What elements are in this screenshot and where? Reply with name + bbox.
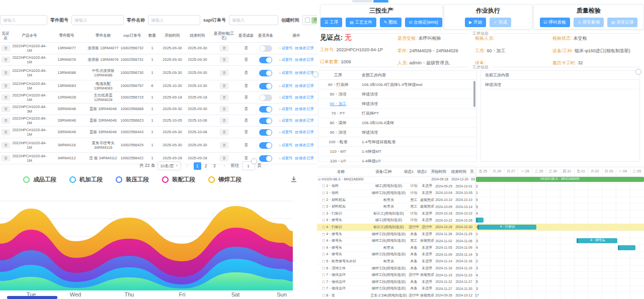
suit-link[interactable]: ⌂成套性	[279, 70, 293, 75]
modify-record-link[interactable]: ▤修改记录	[295, 107, 314, 111]
page-number[interactable]: 1	[194, 162, 201, 170]
step-row[interactable]: 80・满焊106.3和106.4满焊	[318, 118, 476, 128]
table-cell: 10002556668	[121, 104, 143, 115]
gantt-bar[interactable]	[618, 245, 635, 250]
step-row[interactable]: 100・检查1-4号焊缝目视检查	[318, 137, 476, 147]
gantt-row[interactable]: ▢8・车立车-2.5米(核电制造部)进行中按期完成2024-09-262024-…	[317, 292, 644, 299]
ready-toggle[interactable]	[259, 94, 272, 101]
gantt-row[interactable]: ▢7・做保温环铆焊工段(核电制造部)进行中按期完成2024-11-192024-…	[317, 271, 644, 279]
modify-record-link[interactable]: ▤修改记录	[295, 95, 314, 99]
suit-link[interactable]: ⌂成套性	[279, 46, 293, 50]
splitter-handle[interactable]	[251, 158, 257, 164]
page-number[interactable]: 3	[211, 162, 218, 170]
gantt-row[interactable]: ▢2・材料核实检查员完工超期完成2024-10-092024-10-145	[317, 203, 644, 211]
gantt-bar[interactable]: 4・打标识	[477, 225, 536, 230]
工艺文件-button[interactable]: ▤工艺文件	[346, 18, 376, 27]
gantt-bar[interactable]: H1020-66-3・MHZ2A8300	[476, 177, 644, 182]
gantt-days: 4	[474, 212, 480, 215]
legend-item[interactable]: 装压工段	[116, 176, 149, 183]
modify-record-link[interactable]: ▤修改记录	[295, 118, 314, 123]
legend-item[interactable]: 成品工段	[23, 176, 56, 183]
suit-link[interactable]: ⌂成套性	[279, 156, 293, 160]
date-checkbox[interactable]	[305, 18, 310, 23]
gantt-row[interactable]: ▢3・打标识标识工(核电制造部)计划未进序2024-10-182024-10-2…	[317, 210, 644, 218]
filter-input-leading[interactable]	[0, 15, 47, 25]
gantt-device: 铆焊工段(核电制造部)	[370, 266, 408, 271]
gantt-row[interactable]: ▢7・做保温环铆焊工段(核电制造部)具备未进序2024-11-222024-11…	[317, 278, 644, 286]
suit-link[interactable]: ⌂成套性	[279, 57, 293, 62]
gantt-row[interactable]: ▢4・煨弯头检查员具备未进序2024-11-052024-11-094	[317, 244, 644, 252]
step-row[interactable]: 110・MT1-4焊缝MT	[318, 147, 476, 156]
gantt-row[interactable]: ▢4・煨弯头铆焊工段(核电制造部)具备未进序2024-11-092024-11-…	[317, 251, 644, 259]
ready-toggle[interactable]	[259, 106, 272, 113]
suit-link[interactable]: ⌂成套性	[279, 83, 293, 88]
gantt-row[interactable]: ▢1・领料铆焊工段(核电制造部)计划未进序2024-10-042024-10-0…	[317, 189, 644, 197]
图纸-button[interactable]: ✎图纸	[380, 18, 401, 27]
suit-link[interactable]: ⌂成套性	[279, 107, 293, 111]
modify-record-link[interactable]: ▤修改记录	[295, 143, 314, 147]
part-drawing-input[interactable]	[71, 15, 124, 25]
ready-toggle[interactable]	[259, 83, 272, 89]
gantt-date-header: 三.30	[546, 167, 560, 176]
start-icon: ▶	[469, 20, 472, 25]
modify-record-link[interactable]: ▤修改记录	[295, 57, 314, 62]
gantt-row[interactable]: ▢4・煨弯头铆焊工段(核电制造部)具备未进序2024-11-282024-11-…	[317, 231, 644, 238]
modify-record-link[interactable]: ▤修改记录	[295, 46, 314, 50]
gantt-row[interactable]: ▢2・材料核实检查员完工超期完成2024-10-102024-10-100	[317, 196, 644, 204]
ready-toggle[interactable]	[259, 129, 272, 136]
完成-button[interactable]: ✓完成	[490, 18, 511, 27]
suit-link[interactable]: ⌂成套性	[279, 95, 293, 99]
ready-toggle[interactable]	[259, 70, 272, 76]
工序-button[interactable]: ☰工序	[320, 18, 342, 27]
suit-link[interactable]: ⌂成套性	[279, 118, 293, 123]
合格证(wms)-button[interactable]: ⊡合格证(wms)	[405, 18, 442, 27]
gantt-bar[interactable]: 4・煨弯头	[577, 238, 617, 243]
modify-record-link[interactable]: ▤修改记录	[295, 83, 314, 88]
ready-toggle[interactable]	[259, 142, 272, 149]
suit-link[interactable]: ⌂成套性	[279, 130, 293, 134]
step-row[interactable]: 40・打底焊106.3和106.4打底焊1-4号焊缝test	[318, 80, 476, 89]
gantt-row[interactable]: ▢5・检查煨弯头外径检查员具备未进序2024-11-142024-11-162	[317, 258, 644, 265]
splitter-handle-left[interactable]	[312, 71, 318, 77]
steps-scrollbar[interactable]	[473, 81, 475, 107]
step-row[interactable]: 90・清理焊缝清理	[318, 128, 476, 137]
datazoom-bar[interactable]	[7, 296, 57, 299]
gantt-bar[interactable]	[476, 218, 484, 223]
gantt-row[interactable]: ▢6・清理工件铆焊工段(核电制造部)具备未进序2024-11-162024-11…	[317, 265, 644, 272]
modify-record-link[interactable]: ▤修改记录	[295, 70, 314, 75]
gantt-row[interactable]: ▢7・做保温环铆焊工段(核电制造部)具备未进序2024-11-272024-11…	[317, 285, 644, 293]
step-row[interactable]: 50・清理焊缝清理	[318, 89, 476, 99]
ready-toggle[interactable]	[259, 57, 272, 63]
legend-item[interactable]: 装配工段	[162, 176, 195, 183]
legend-item[interactable]: 机加工段	[69, 176, 103, 183]
step-op[interactable]: 60・加工	[318, 101, 358, 107]
ready-toggle[interactable]	[259, 45, 272, 52]
download-icon[interactable]	[290, 175, 298, 183]
collapse-icon[interactable]: ⊟	[318, 177, 320, 181]
sap-order-input[interactable]	[229, 15, 278, 25]
prev-page-button[interactable]: ‹	[184, 162, 191, 170]
ready-toggle[interactable]	[259, 118, 272, 124]
tab-stub[interactable]	[352, 0, 372, 3]
table-cell: 2022HPCH1020-84-1M	[11, 153, 48, 164]
step-row[interactable]: 60・加工焊缝清理	[318, 99, 476, 109]
legend-item[interactable]: 铆焊工段	[208, 176, 242, 183]
异常新增-button[interactable]: ⚠异常新增	[574, 18, 604, 27]
page-number[interactable]: 2	[202, 162, 210, 170]
tab-stub-active[interactable]	[373, 0, 388, 3]
next-page-button[interactable]: ›	[221, 162, 228, 170]
page-size-select[interactable]: 10条/页 ▼	[157, 161, 181, 170]
呼叫质检-button[interactable]: ☑呼叫质检	[540, 18, 570, 27]
modify-record-link[interactable]: ▤修改记录	[295, 130, 314, 134]
开始-button[interactable]: ▶开始	[465, 18, 486, 27]
step-op: 80・满焊	[318, 120, 358, 126]
part-name-input[interactable]	[148, 15, 200, 25]
gantt-row[interactable]: ▢1・领料铆工(核电制造部)计划未进序2024-09-292024-10-012	[317, 183, 644, 190]
异常记录-button[interactable]: ▤异常记录	[607, 18, 638, 27]
suit-link[interactable]: ⌂成套性	[279, 143, 293, 147]
modify-record-link[interactable]: ▤修改记录	[295, 156, 314, 160]
witness-tag: 否	[2, 142, 10, 149]
splitter-handle-right[interactable]	[635, 69, 641, 75]
gantt-status2: 未进序	[420, 232, 434, 237]
step-row[interactable]: 70・PT打底焊PT	[318, 109, 476, 118]
